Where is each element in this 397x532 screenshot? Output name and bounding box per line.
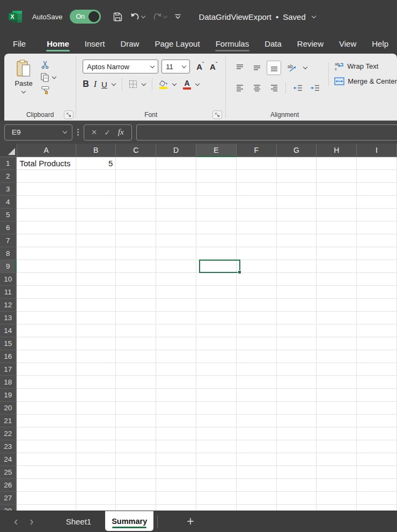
tab-page-layout[interactable]: Page Layout (153, 33, 201, 54)
tab-data[interactable]: Data (263, 33, 283, 54)
cell-H26[interactable] (317, 479, 357, 492)
row-header-18[interactable]: 18 (0, 376, 17, 389)
cell-I13[interactable] (357, 312, 397, 324)
row-header-5[interactable]: 5 (0, 209, 17, 221)
cell-B14[interactable] (76, 324, 116, 337)
format-painter-button[interactable] (41, 86, 56, 94)
tab-home[interactable]: Home (46, 33, 70, 54)
cell-B21[interactable] (76, 415, 116, 427)
cell-A6[interactable] (17, 221, 76, 234)
row-header-25[interactable]: 25 (0, 466, 17, 479)
cell-C1[interactable] (116, 157, 156, 170)
cell-C26[interactable] (116, 479, 156, 492)
underline-button[interactable]: U (101, 80, 107, 89)
cell-F24[interactable] (237, 453, 277, 466)
cell-A28[interactable] (17, 505, 76, 511)
tab-view[interactable]: View (338, 33, 357, 54)
cell-A15[interactable] (17, 337, 76, 350)
cell-F28[interactable] (237, 505, 277, 511)
cell-E13[interactable] (196, 312, 237, 324)
cell-F10[interactable] (237, 273, 277, 286)
save-button[interactable] (113, 12, 123, 22)
cell-C23[interactable] (116, 440, 156, 453)
cell-D10[interactable] (156, 273, 196, 286)
qat-customize-button[interactable] (174, 14, 181, 20)
tab-formulas[interactable]: Formulas (215, 33, 251, 54)
cell-I22[interactable] (357, 427, 397, 440)
cell-A7[interactable] (17, 234, 76, 247)
cell-C12[interactable] (116, 299, 156, 312)
tab-help[interactable]: Help (371, 33, 389, 54)
cell-G26[interactable] (277, 479, 317, 492)
align-center-button[interactable] (249, 81, 264, 95)
formula-input[interactable] (136, 124, 397, 141)
cell-H14[interactable] (317, 324, 357, 337)
cell-C16[interactable] (116, 350, 156, 363)
cell-I9[interactable] (357, 260, 397, 273)
cell-A5[interactable] (17, 209, 76, 221)
column-header-F[interactable]: F (237, 144, 277, 157)
cell-I6[interactable] (357, 221, 397, 234)
cell-B6[interactable] (76, 221, 116, 234)
cell-A16[interactable] (17, 350, 76, 363)
row-header-27[interactable]: 27 (0, 492, 17, 505)
cell-H18[interactable] (317, 376, 357, 389)
cell-I7[interactable] (357, 234, 397, 247)
italic-button[interactable]: I (94, 79, 97, 89)
cell-I15[interactable] (357, 337, 397, 350)
cell-I11[interactable] (357, 286, 397, 299)
cell-H11[interactable] (317, 286, 357, 299)
cell-H2[interactable] (317, 170, 357, 183)
cell-B9[interactable] (76, 260, 116, 273)
cell-H21[interactable] (317, 415, 357, 427)
cell-I26[interactable] (357, 479, 397, 492)
copy-dropdown-icon[interactable] (52, 75, 56, 79)
cell-A27[interactable] (17, 492, 76, 505)
cell-F19[interactable] (237, 389, 277, 402)
cell-D18[interactable] (156, 376, 196, 389)
cell-B4[interactable] (76, 196, 116, 209)
cell-I1[interactable] (357, 157, 397, 170)
cell-I12[interactable] (357, 299, 397, 312)
cell-A3[interactable] (17, 183, 76, 196)
cell-G2[interactable] (277, 170, 317, 183)
cell-I4[interactable] (357, 196, 397, 209)
cell-H24[interactable] (317, 453, 357, 466)
cell-B26[interactable] (76, 479, 116, 492)
cell-F21[interactable] (237, 415, 277, 427)
row-header-2[interactable]: 2 (0, 170, 17, 183)
cell-I18[interactable] (357, 376, 397, 389)
name-box[interactable]: E9 (4, 124, 72, 141)
cell-B5[interactable] (76, 209, 116, 221)
cell-I2[interactable] (357, 170, 397, 183)
align-bottom-button[interactable] (267, 61, 281, 75)
cell-A22[interactable] (17, 427, 76, 440)
fill-color-button[interactable] (159, 80, 168, 89)
cell-B22[interactable] (76, 427, 116, 440)
cell-I23[interactable] (357, 440, 397, 453)
cell-F23[interactable] (237, 440, 277, 453)
cell-I25[interactable] (357, 466, 397, 479)
cell-G20[interactable] (277, 402, 317, 415)
cell-E23[interactable] (196, 440, 237, 453)
cell-I10[interactable] (357, 273, 397, 286)
cell-G14[interactable] (277, 324, 317, 337)
row-header-1[interactable]: 1 (0, 157, 17, 170)
cell-G1[interactable] (277, 157, 317, 170)
cell-H22[interactable] (317, 427, 357, 440)
cell-F20[interactable] (237, 402, 277, 415)
cell-G12[interactable] (277, 299, 317, 312)
cell-I8[interactable] (357, 247, 397, 260)
row-header-24[interactable]: 24 (0, 453, 17, 466)
cell-H8[interactable] (317, 247, 357, 260)
cell-A21[interactable] (17, 415, 76, 427)
cell-A10[interactable] (17, 273, 76, 286)
cell-B7[interactable] (76, 234, 116, 247)
cell-F13[interactable] (237, 312, 277, 324)
cell-F17[interactable] (237, 363, 277, 376)
cell-F16[interactable] (237, 350, 277, 363)
cell-D13[interactable] (156, 312, 196, 324)
cell-A18[interactable] (17, 376, 76, 389)
cell-C2[interactable] (116, 170, 156, 183)
row-header-6[interactable]: 6 (0, 221, 17, 234)
